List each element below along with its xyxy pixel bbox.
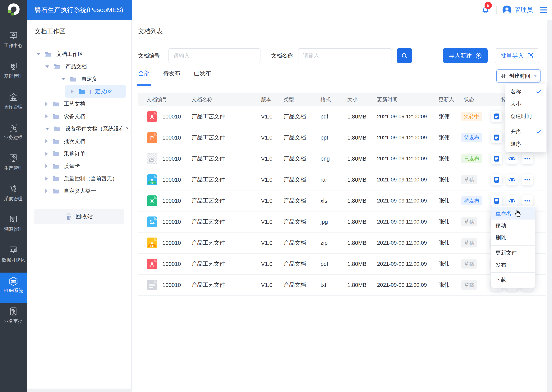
sidebar-item-production[interactable]: 生产管理 [0,150,27,181]
vertical-scrollbar[interactable] [547,20,552,392]
caret-down-icon[interactable] [61,78,65,80]
context-menu-item[interactable]: 发布 [491,259,535,271]
tab-pending[interactable]: 待发布 [163,70,180,82]
tree-node-label: 质量卡 [64,162,80,170]
preview-button[interactable] [506,153,518,164]
detail-button[interactable] [491,195,502,207]
batch-import-button[interactable]: 批量导入 [495,48,539,63]
caret-right-icon[interactable] [45,114,48,118]
doc-updated: 2021-09-09 12:00:09 [371,261,432,267]
context-menu-item[interactable]: 删除 [491,232,535,244]
preview-button[interactable] [506,174,518,185]
svg-text:X: X [150,198,154,204]
sidebar-item-base[interactable]: 基础管理 [0,58,27,89]
sidebar-item-approval[interactable]: 业务审批 [0,303,27,334]
doc-id-cell: X 100010 [138,196,189,206]
content-area: 文档工作区 文档工作区 产品文档 自定义 自定义02 工艺文档 [27,20,552,392]
sidebar-item-modeling[interactable]: 业务建模 [0,119,27,150]
tree-node-8[interactable]: 采购订单 [27,147,131,160]
purchase-icon [9,184,18,194]
tree-node-4[interactable]: 工艺文档 [27,98,131,110]
notification-bell-icon[interactable]: 9 [481,5,490,15]
caret-right-icon[interactable] [45,189,48,193]
doc-no-input[interactable] [168,48,261,63]
column-header-3: 类型 [277,96,314,103]
column-header-7: 更新人 [432,96,458,103]
search-button[interactable] [397,48,412,63]
sidebar-item-workcenter[interactable]: 工作中心 [0,28,27,58]
detail-button[interactable] [491,111,502,122]
detail-button[interactable] [491,132,502,143]
sidebar-item-trace[interactable]: 溯源管理 [0,211,27,242]
sidebar-item-pdm[interactable]: PDM PDM系统 [0,273,27,303]
pdf-file-icon [147,111,157,122]
context-menu-item[interactable]: 更新文件 [491,247,535,259]
cursor-hand-icon [514,210,521,217]
more-button[interactable] [522,153,533,164]
context-menu-item-label: 更新文件 [495,249,517,257]
doc-id: 100010 [162,156,181,162]
caret-right-icon[interactable] [45,139,48,143]
caret-right-icon[interactable] [71,90,74,93]
sort-option-2[interactable]: 创建时间 [505,110,546,122]
tree-node-11[interactable]: 自定义大类一 [27,185,131,197]
folder-icon [54,126,61,132]
caret-right-icon[interactable] [45,152,48,156]
sidebar-item-dataviz[interactable]: 数据可视化 [0,242,27,273]
sidebar-item-label: 数据可视化 [2,257,25,263]
sort-button[interactable]: 创建时间 [496,70,540,83]
tree-node-6[interactable]: 设备零件文档（系统没有？） [27,123,131,135]
sort-option-0[interactable]: 名称 [505,85,546,98]
caret-right-icon[interactable] [45,164,48,168]
tree-node-5[interactable]: 设备文档 [27,110,131,123]
detail-button[interactable] [491,153,502,164]
tree-node-3[interactable]: 自定义02 [65,85,126,98]
column-header-4: 格式 [314,96,341,103]
caret-down-icon[interactable] [45,65,49,68]
caret-right-icon[interactable] [45,177,48,181]
context-menu-item-label: 发布 [495,261,506,269]
folder-tree: 文档工作区 产品文档 自定义 自定义02 工艺文档 设备文档 [27,43,131,197]
preview-button[interactable] [506,195,518,207]
status-badge: 草稿 [461,259,477,269]
tree-node-2[interactable]: 自定义 [27,73,131,85]
tree-node-9[interactable]: 质量卡 [27,160,131,172]
folder-icon [45,51,52,57]
row-actions [488,195,546,207]
doc-version: V1.0 [255,198,277,204]
username[interactable]: 管理员 [515,6,533,14]
detail-button[interactable] [491,174,502,185]
more-button[interactable] [522,174,533,185]
tree-node-10[interactable]: 质量控制（当前暂无） [27,172,131,185]
context-menu-item[interactable]: 下载 [491,274,535,286]
tree-node-0[interactable]: 文档工作区 [27,48,131,60]
sort-order-0[interactable]: 升序 [505,126,546,138]
ellipsis-icon [523,176,531,183]
sort-order-1[interactable]: 降序 [505,138,546,150]
avatar[interactable] [502,6,511,14]
warehouse-icon [9,92,18,102]
sort-option-label: 大小 [510,100,521,108]
caret-right-icon[interactable] [45,102,48,106]
folder-icon [52,188,59,194]
tab-published[interactable]: 已发布 [194,70,211,82]
more-button[interactable] [522,195,533,207]
context-menu-item[interactable]: 重命名 [491,207,535,220]
doc-format: zip [314,240,341,246]
tree-node-7[interactable]: 批次文档 [27,135,131,147]
sidebar-item-purchase[interactable]: 采购管理 [0,181,27,211]
import-new-button[interactable]: 导入新建 [443,48,488,63]
sidebar-item-warehouse[interactable]: 仓库管理 [0,89,27,119]
caret-down-icon[interactable] [45,128,49,130]
sort-option-label: 创建时间 [510,112,532,120]
doc-id: 100010 [162,113,181,120]
tree-horizontal-scrollbar[interactable] [27,389,132,392]
tree-node-1[interactable]: 产品文档 [27,60,131,73]
recycle-bin-button[interactable]: 回收站 [34,209,124,224]
sort-option-1[interactable]: 大小 [505,98,546,110]
menu-icon[interactable] [540,7,547,13]
doc-name-input[interactable] [298,48,392,63]
context-menu-item[interactable]: 移动 [491,220,535,232]
tab-all[interactable]: 全部 [138,70,150,82]
caret-down-icon[interactable] [36,53,40,55]
